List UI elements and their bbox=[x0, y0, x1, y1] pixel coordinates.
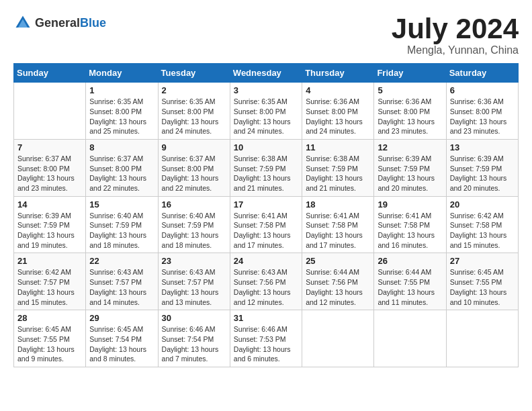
day-number: 14 bbox=[17, 199, 82, 210]
day-number: 24 bbox=[234, 256, 298, 266]
day-number: 17 bbox=[234, 199, 298, 210]
day-info: Sunrise: 6:43 AMSunset: 7:56 PMDaylight:… bbox=[234, 267, 298, 307]
day-number: 29 bbox=[89, 313, 154, 323]
day-number: 27 bbox=[450, 256, 515, 266]
week-row-3: 14Sunrise: 6:39 AMSunset: 7:59 PMDayligh… bbox=[14, 196, 519, 253]
day-info: Sunrise: 6:39 AMSunset: 7:59 PMDaylight:… bbox=[378, 154, 442, 193]
calendar-cell: 30Sunrise: 6:46 AMSunset: 7:54 PMDayligh… bbox=[158, 310, 230, 367]
day-number: 3 bbox=[234, 85, 298, 95]
day-info: Sunrise: 6:39 AMSunset: 7:59 PMDaylight:… bbox=[450, 154, 515, 193]
calendar-cell: 14Sunrise: 6:39 AMSunset: 7:59 PMDayligh… bbox=[14, 196, 86, 253]
logo: GeneralBlue bbox=[13, 13, 106, 32]
day-info: Sunrise: 6:41 AMSunset: 7:58 PMDaylight:… bbox=[306, 211, 370, 250]
day-number: 13 bbox=[450, 142, 515, 152]
week-row-2: 7Sunrise: 6:37 AMSunset: 8:00 PMDaylight… bbox=[14, 139, 519, 196]
day-number: 15 bbox=[89, 199, 154, 210]
logo-icon bbox=[13, 13, 32, 32]
day-number: 20 bbox=[450, 199, 515, 210]
calendar-cell: 29Sunrise: 6:45 AMSunset: 7:54 PMDayligh… bbox=[86, 310, 158, 367]
calendar-cell: 12Sunrise: 6:39 AMSunset: 7:59 PMDayligh… bbox=[374, 139, 446, 196]
calendar-cell: 21Sunrise: 6:42 AMSunset: 7:57 PMDayligh… bbox=[14, 253, 86, 310]
calendar-cell: 8Sunrise: 6:37 AMSunset: 8:00 PMDaylight… bbox=[86, 139, 158, 196]
day-number: 16 bbox=[162, 199, 226, 210]
logo-general: General bbox=[35, 16, 80, 30]
day-info: Sunrise: 6:35 AMSunset: 8:00 PMDaylight:… bbox=[89, 97, 154, 136]
logo-text: GeneralBlue bbox=[35, 16, 106, 30]
calendar-cell: 24Sunrise: 6:43 AMSunset: 7:56 PMDayligh… bbox=[230, 253, 302, 310]
day-info: Sunrise: 6:40 AMSunset: 7:59 PMDaylight:… bbox=[89, 211, 154, 250]
day-info: Sunrise: 6:36 AMSunset: 8:00 PMDaylight:… bbox=[306, 97, 370, 136]
calendar-cell: 4Sunrise: 6:36 AMSunset: 8:00 PMDaylight… bbox=[302, 83, 374, 140]
week-row-5: 28Sunrise: 6:45 AMSunset: 7:55 PMDayligh… bbox=[14, 310, 519, 367]
day-number: 5 bbox=[378, 85, 442, 95]
calendar-cell: 20Sunrise: 6:42 AMSunset: 7:58 PMDayligh… bbox=[446, 196, 518, 253]
week-row-4: 21Sunrise: 6:42 AMSunset: 7:57 PMDayligh… bbox=[14, 253, 519, 310]
day-number: 28 bbox=[17, 313, 82, 323]
header-saturday: Saturday bbox=[446, 64, 518, 83]
day-info: Sunrise: 6:37 AMSunset: 8:00 PMDaylight:… bbox=[89, 154, 154, 193]
calendar-cell: 9Sunrise: 6:37 AMSunset: 8:00 PMDaylight… bbox=[158, 139, 230, 196]
header-monday: Monday bbox=[86, 64, 158, 83]
day-number: 12 bbox=[378, 142, 442, 152]
header-tuesday: Tuesday bbox=[158, 64, 230, 83]
day-info: Sunrise: 6:42 AMSunset: 7:57 PMDaylight:… bbox=[17, 267, 82, 307]
header-wednesday: Wednesday bbox=[230, 64, 302, 83]
day-number: 18 bbox=[306, 199, 370, 210]
logo-blue: Blue bbox=[80, 16, 106, 30]
header: GeneralBlue July 2024 Mengla, Yunnan, Ch… bbox=[13, 13, 519, 56]
calendar-table: Sunday Monday Tuesday Wednesday Thursday… bbox=[13, 63, 519, 367]
calendar-cell: 27Sunrise: 6:45 AMSunset: 7:55 PMDayligh… bbox=[446, 253, 518, 310]
day-number: 8 bbox=[89, 142, 154, 152]
day-info: Sunrise: 6:44 AMSunset: 7:55 PMDaylight:… bbox=[378, 267, 442, 307]
day-info: Sunrise: 6:40 AMSunset: 7:59 PMDaylight:… bbox=[162, 211, 226, 250]
day-number: 31 bbox=[234, 313, 298, 323]
day-number: 25 bbox=[306, 256, 370, 266]
calendar-cell: 7Sunrise: 6:37 AMSunset: 8:00 PMDaylight… bbox=[14, 139, 86, 196]
day-number: 21 bbox=[17, 256, 82, 266]
calendar-cell: 17Sunrise: 6:41 AMSunset: 7:58 PMDayligh… bbox=[230, 196, 302, 253]
header-sunday: Sunday bbox=[14, 64, 86, 83]
calendar-cell: 23Sunrise: 6:43 AMSunset: 7:57 PMDayligh… bbox=[158, 253, 230, 310]
day-info: Sunrise: 6:45 AMSunset: 7:55 PMDaylight:… bbox=[17, 324, 82, 364]
day-info: Sunrise: 6:38 AMSunset: 7:59 PMDaylight:… bbox=[306, 154, 370, 193]
title-area: July 2024 Mengla, Yunnan, China bbox=[392, 13, 519, 56]
day-info: Sunrise: 6:46 AMSunset: 7:53 PMDaylight:… bbox=[234, 324, 298, 364]
calendar-cell: 28Sunrise: 6:45 AMSunset: 7:55 PMDayligh… bbox=[14, 310, 86, 367]
day-info: Sunrise: 6:45 AMSunset: 7:54 PMDaylight:… bbox=[89, 324, 154, 364]
day-number: 30 bbox=[162, 313, 226, 323]
calendar-cell: 18Sunrise: 6:41 AMSunset: 7:58 PMDayligh… bbox=[302, 196, 374, 253]
header-friday: Friday bbox=[374, 64, 446, 83]
day-info: Sunrise: 6:43 AMSunset: 7:57 PMDaylight:… bbox=[89, 267, 154, 307]
calendar-cell: 5Sunrise: 6:36 AMSunset: 8:00 PMDaylight… bbox=[374, 83, 446, 140]
calendar-cell: 3Sunrise: 6:35 AMSunset: 8:00 PMDaylight… bbox=[230, 83, 302, 140]
calendar-cell bbox=[446, 310, 518, 367]
calendar-cell bbox=[302, 310, 374, 367]
day-number: 1 bbox=[89, 85, 154, 95]
day-info: Sunrise: 6:35 AMSunset: 8:00 PMDaylight:… bbox=[234, 97, 298, 136]
day-info: Sunrise: 6:35 AMSunset: 8:00 PMDaylight:… bbox=[162, 97, 226, 136]
day-info: Sunrise: 6:37 AMSunset: 8:00 PMDaylight:… bbox=[162, 154, 226, 193]
header-row: Sunday Monday Tuesday Wednesday Thursday… bbox=[14, 64, 519, 83]
calendar-cell: 1Sunrise: 6:35 AMSunset: 8:00 PMDaylight… bbox=[86, 83, 158, 140]
day-info: Sunrise: 6:43 AMSunset: 7:57 PMDaylight:… bbox=[162, 267, 226, 307]
week-row-1: 1Sunrise: 6:35 AMSunset: 8:00 PMDaylight… bbox=[14, 83, 519, 140]
day-info: Sunrise: 6:44 AMSunset: 7:56 PMDaylight:… bbox=[306, 267, 370, 307]
day-info: Sunrise: 6:41 AMSunset: 7:58 PMDaylight:… bbox=[378, 211, 442, 250]
day-number: 4 bbox=[306, 85, 370, 95]
calendar-cell bbox=[14, 83, 86, 140]
calendar-cell: 13Sunrise: 6:39 AMSunset: 7:59 PMDayligh… bbox=[446, 139, 518, 196]
calendar-cell: 10Sunrise: 6:38 AMSunset: 7:59 PMDayligh… bbox=[230, 139, 302, 196]
calendar-cell: 6Sunrise: 6:36 AMSunset: 8:00 PMDaylight… bbox=[446, 83, 518, 140]
calendar-cell: 31Sunrise: 6:46 AMSunset: 7:53 PMDayligh… bbox=[230, 310, 302, 367]
day-number: 2 bbox=[162, 85, 226, 95]
calendar-cell: 26Sunrise: 6:44 AMSunset: 7:55 PMDayligh… bbox=[374, 253, 446, 310]
day-info: Sunrise: 6:37 AMSunset: 8:00 PMDaylight:… bbox=[17, 154, 82, 193]
day-number: 22 bbox=[89, 256, 154, 266]
header-thursday: Thursday bbox=[302, 64, 374, 83]
calendar-cell: 22Sunrise: 6:43 AMSunset: 7:57 PMDayligh… bbox=[86, 253, 158, 310]
day-info: Sunrise: 6:36 AMSunset: 8:00 PMDaylight:… bbox=[378, 97, 442, 136]
day-info: Sunrise: 6:38 AMSunset: 7:59 PMDaylight:… bbox=[234, 154, 298, 193]
calendar-cell bbox=[374, 310, 446, 367]
day-info: Sunrise: 6:36 AMSunset: 8:00 PMDaylight:… bbox=[450, 97, 515, 136]
location-title: Mengla, Yunnan, China bbox=[392, 44, 519, 56]
